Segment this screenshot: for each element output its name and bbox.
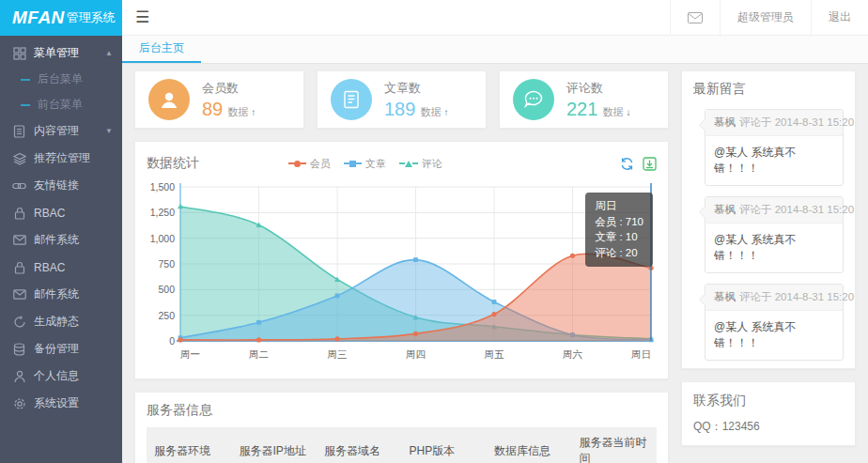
gear-icon [12,396,26,410]
chart-header: 数据统计 会员文章评论 [147,151,657,176]
message-bubble: 慕枫评论于 2014-8-31 15:20 @某人 系统真不错！！！ [705,196,844,273]
sidebar-subitem-label: 后台菜单 [38,71,83,87]
app-logo: MFAN管理系统 [0,0,122,36]
svg-text:周四: 周四 [406,348,426,360]
legend-item-square[interactable]: 文章 [344,157,386,171]
dash-icon [21,79,30,81]
tab-bar: 后台主页 [122,36,868,64]
sidebar-item-label: 推荐位管理 [34,150,90,166]
sidebar-item-3[interactable]: 友情链接 [0,172,122,199]
svg-text:周三: 周三 [328,348,348,360]
server-info-title: 服务器信息 [147,402,657,419]
legend-symbol [405,161,412,167]
sidebar-item-9[interactable]: 备份管理 [0,335,122,363]
sidebar-item-10[interactable]: 个人信息 [0,363,122,390]
sidebar-item-label: 友情链接 [34,177,79,193]
svg-text:0: 0 [169,335,175,347]
mail-icon[interactable] [670,0,720,35]
document-icon [12,124,26,138]
refresh-icon[interactable] [620,157,634,171]
server-table-header: 服务器环境 [147,427,232,463]
sidebar-item-1[interactable]: 内容管理▼ [0,117,122,145]
logout-button[interactable]: 退出 [811,0,868,35]
user-icon [12,369,26,383]
legend-item-triangle[interactable]: 评论 [399,157,442,171]
message-meta: 慕枫评论于 2014-8-31 15:20 [705,285,843,311]
message-author: 慕枫 [714,204,736,215]
contact-title: 联系我们 [693,393,844,409]
stat-card-0: 会员数 89数据 ↑ [134,70,304,129]
stat-meta: 数据 ↑ [227,106,256,117]
sidebar-item-11[interactable]: 系统设置 [0,390,122,417]
sidebar-item-label: 菜单管理 [34,45,79,61]
svg-text:周一: 周一 [180,348,200,360]
stat-meta: 数据 ↓ [602,106,630,117]
legend-line [356,162,362,164]
sidebar-item-6[interactable]: RBAC [0,254,122,281]
sidebar-subitem[interactable]: 前台菜单 [0,92,122,117]
stat-text: 文章数 189数据 ↑ [384,80,448,120]
dash-icon [21,104,30,106]
message-author: 慕枫 [714,116,736,128]
legend-label: 文章 [365,157,386,171]
message-bubble: 慕枫评论于 2014-8-31 15:20 @某人 系统真不错！！！ [705,109,844,186]
sidebar-subitem-label: 前台菜单 [38,97,83,113]
top-bar: ☰ 超级管理员 退出 [122,0,868,36]
svg-text:周日: 周日 [631,348,651,360]
mail-icon [12,233,26,247]
sidebar-item-7[interactable]: 邮件系统 [0,281,122,308]
contact-qq: QQ：123456 [693,419,844,435]
layers-icon [12,151,26,165]
sidebar-item-8[interactable]: 生成静态 [0,308,122,335]
lock-icon [12,206,26,220]
comment-icon [513,79,554,120]
trend-down-icon: ↓ [626,107,630,117]
lock-icon [12,260,26,274]
svg-text:周五: 周五 [485,348,505,360]
sidebar-item-0[interactable]: 菜单管理▲ [0,39,122,67]
hamburger-menu-icon[interactable]: ☰ [122,8,163,27]
svg-text:500: 500 [158,284,175,295]
link-icon [12,178,26,193]
server-info-card: 服务器信息 服务器环境服务器IP地址服务器域名PHP版本数据库信息服务器当前时间… [134,392,669,463]
latest-messages-title: 最新留言 [693,81,844,98]
sidebar-item-label: 系统设置 [34,395,79,411]
area-chart[interactable]: 02505007501,0001,2501,500周一周二周三周四周五周六周日 [147,179,659,369]
stat-text: 评论数 221数据 ↓ [566,80,630,120]
server-table-header: 数据库信息 [487,427,572,463]
contact-card: 联系我们 QQ：123456 [681,381,856,446]
chevron-up-icon: ▲ [105,49,113,57]
stat-card-2: 评论数 221数据 ↓ [499,70,669,129]
legend-symbol [294,161,301,167]
sidebar-item-label: 邮件系统 [34,286,79,302]
trend-up-icon: ↑ [443,107,448,117]
message-content: @某人 系统真不错！！！ [705,224,843,272]
legend-symbol [349,161,356,167]
chart-area[interactable]: 02505007501,0001,2501,500周一周二周三周四周五周六周日 … [147,179,657,373]
tab-home[interactable]: 后台主页 [122,36,201,63]
content-area: 会员数 89数据 ↑ 文章数 189数据 ↑ 评论数 221数据 ↓ 数据统计 … [122,64,868,463]
server-table-header: 服务器IP地址 [232,427,318,463]
sidebar-subitem[interactable]: 后台菜单 [0,67,122,92]
admin-dashboard: MFAN管理系统 菜单管理▲后台菜单前台菜单 内容管理▼ 推荐位管理 友情链接 … [0,0,868,463]
current-user[interactable]: 超级管理员 [720,0,811,35]
sidebar-item-label: RBAC [34,207,65,220]
message-list: 慕枫评论于 2014-8-31 15:20 @某人 系统真不错！！！慕枫评论于 … [693,109,844,369]
logo-text-bold: MFAN [12,8,65,28]
sidebar-item-2[interactable]: 推荐位管理 [0,145,122,172]
save-image-icon[interactable] [643,157,657,171]
stat-value: 89 [202,99,223,119]
message-bubble: 慕枫评论于 2014-8-31 15:20 @某人 系统真不错！！！ [705,284,844,361]
svg-text:1,000: 1,000 [150,233,175,244]
legend-item-circle[interactable]: 会员 [288,157,331,171]
chart-title: 数据统计 [147,155,199,172]
sidebar-item-4[interactable]: RBAC [0,199,122,226]
stat-title: 会员数 [202,80,256,97]
stat-title: 文章数 [384,80,448,97]
svg-text:1,500: 1,500 [150,181,175,193]
message-author: 慕枫 [714,291,736,302]
sidebar-item-5[interactable]: 邮件系统 [0,226,122,254]
svg-text:1,250: 1,250 [150,207,175,218]
server-table-header: 服务器域名 [317,427,402,463]
sidebar-nav: 菜单管理▲后台菜单前台菜单 内容管理▼ 推荐位管理 友情链接 RBAC 邮件系统… [0,36,122,417]
